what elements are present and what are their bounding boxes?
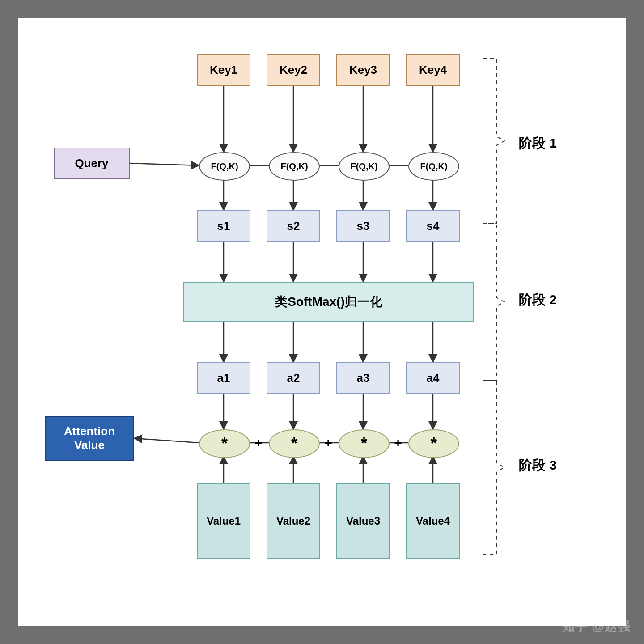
fqk-ellipse-3: F(Q,K): [339, 152, 390, 181]
alpha-box-1: a1: [197, 362, 250, 394]
plus-symbol-2: +: [324, 435, 332, 450]
svg-line-4: [130, 163, 199, 165]
multiply-ellipse-1: *: [199, 429, 250, 458]
diagram-frame: Key1Key2Key3Key4QueryF(Q,K)F(Q,K)F(Q,K)F…: [18, 18, 626, 626]
value-box-3: Value3: [336, 483, 390, 559]
score-box-3: s3: [336, 210, 390, 242]
multiply-ellipse-2: *: [269, 429, 320, 458]
key-box-1: Key1: [197, 54, 250, 86]
stage-label-3: 阶段 3: [519, 456, 557, 475]
key-box-3: Key3: [336, 54, 390, 86]
key-box-2: Key2: [267, 54, 320, 86]
value-box-4: Value4: [406, 483, 460, 559]
plus-symbol-1: +: [254, 435, 263, 450]
score-box-4: s4: [406, 210, 460, 242]
attention-value-box: Attention Value: [45, 416, 134, 461]
stage-label-2: 阶段 2: [519, 291, 557, 309]
value-box-1: Value1: [197, 483, 250, 559]
multiply-ellipse-4: *: [408, 429, 459, 458]
softmax-box: 类SoftMax()归一化: [183, 282, 474, 322]
fqk-ellipse-4: F(Q,K): [408, 152, 459, 181]
value-box-2: Value2: [267, 483, 320, 559]
multiply-ellipse-3: *: [339, 429, 390, 458]
arrow-layer: [18, 18, 626, 626]
query-box: Query: [54, 148, 130, 179]
watermark: 知乎 @赵强: [562, 618, 631, 635]
plus-symbol-3: +: [394, 435, 402, 450]
fqk-ellipse-2: F(Q,K): [269, 152, 320, 181]
alpha-box-4: a4: [406, 362, 460, 394]
alpha-box-2: a2: [267, 362, 320, 394]
key-box-4: Key4: [406, 54, 460, 86]
score-box-1: s1: [197, 210, 250, 242]
fqk-ellipse-1: F(Q,K): [199, 152, 250, 181]
stage-label-1: 阶段 1: [519, 134, 557, 153]
canvas: Key1Key2Key3Key4QueryF(Q,K)F(Q,K)F(Q,K)F…: [0, 0, 644, 644]
score-box-2: s2: [267, 210, 320, 242]
alpha-box-3: a3: [336, 362, 390, 394]
svg-line-31: [134, 438, 199, 443]
